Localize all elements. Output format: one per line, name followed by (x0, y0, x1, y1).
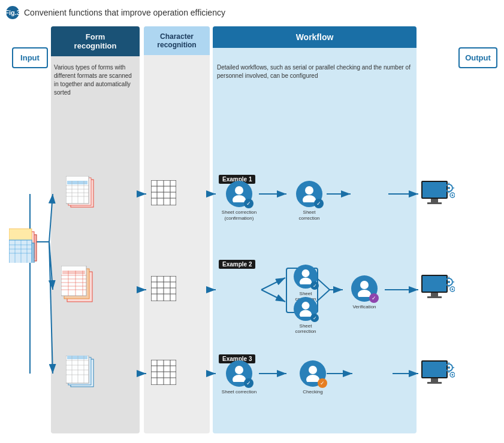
svg-point-124 (452, 289, 454, 290)
svg-rect-132 (427, 382, 442, 384)
svg-rect-131 (431, 378, 438, 382)
form-label: Formrecognition (74, 32, 117, 50)
svg-rect-115 (431, 293, 438, 296)
svg-point-111 (360, 281, 369, 289)
example2-monitor (421, 275, 455, 308)
example2-label: Example 2 (219, 260, 255, 269)
svg-rect-96 (422, 182, 446, 198)
svg-point-127 (309, 366, 317, 374)
example2-label-text: Example 2 (222, 261, 252, 268)
form-desc-text: Various types of forms with different fo… (54, 64, 132, 96)
svg-rect-38 (66, 176, 89, 204)
workflow-desc-text: Detailed workflows, such as serial or pa… (217, 64, 411, 79)
svg-point-110 (300, 310, 312, 317)
workflow-header: Workflow (213, 26, 417, 48)
svg-point-107 (302, 269, 310, 277)
example2-verification-label: Verification (352, 304, 376, 310)
workflow-label: Workflow (296, 32, 334, 42)
char-row3-grid (151, 360, 176, 387)
input-label: Input (20, 53, 40, 62)
example1-person2: ✓ Sheetcorrection (291, 181, 328, 222)
input-header: Input (12, 47, 48, 68)
page-title: Convenient functions that improve operat… (24, 8, 225, 17)
svg-rect-97 (431, 199, 438, 202)
svg-point-108 (300, 278, 312, 284)
svg-rect-116 (427, 296, 442, 298)
char-row1-grid (151, 180, 176, 208)
example2-person1a: ✓ Sheet correction (289, 265, 322, 302)
svg-rect-39 (67, 181, 87, 184)
svg-rect-61 (66, 356, 89, 383)
example2-verification: ✓ Verification (346, 275, 382, 310)
svg-rect-49 (61, 266, 86, 296)
svg-rect-98 (427, 202, 442, 204)
example3-person1: ✓ Sheet correction (221, 360, 258, 395)
example1-person1: ✓ Sheet correction(confirmation) (221, 181, 258, 222)
svg-rect-62 (67, 356, 87, 359)
input-doc-stack (9, 224, 45, 265)
svg-point-125 (235, 366, 243, 374)
svg-rect-114 (422, 276, 446, 292)
char-row2-grid (151, 276, 176, 304)
svg-rect-50 (62, 271, 85, 274)
char-header: Characterrecognition (144, 26, 210, 55)
svg-rect-130 (422, 362, 446, 377)
example3-person1-label: Sheet correction (222, 389, 256, 395)
example1-monitor (421, 181, 455, 214)
svg-point-109 (302, 302, 310, 310)
output-label: Output (465, 53, 491, 62)
form-row3-docs (66, 356, 99, 394)
example3-monitor (421, 360, 455, 394)
title-bar: Fig.3 Convenient functions that improve … (6, 6, 498, 19)
diagram-container: Input Formrecognition Characterrecogniti… (6, 26, 497, 439)
svg-rect-29 (9, 240, 32, 263)
form-row2-docs (61, 266, 100, 307)
example3-checker-label: Checking (303, 389, 322, 395)
svg-point-93 (305, 186, 313, 195)
example2-person1b: ✓ Sheet correction (289, 297, 322, 334)
output-header: Output (458, 47, 497, 68)
form-row1-docs (66, 176, 99, 214)
svg-point-91 (235, 186, 243, 195)
svg-point-100 (448, 187, 450, 189)
form-description: Various types of forms with different fo… (53, 62, 137, 98)
example3-checker: ✓ Checking (294, 360, 331, 395)
svg-point-134 (448, 366, 450, 369)
svg-point-140 (452, 374, 454, 376)
svg-point-118 (448, 281, 450, 283)
page-wrapper: Fig.3 Convenient functions that improve … (0, 0, 504, 443)
char-label: Characterrecognition (157, 32, 196, 49)
fig-badge: Fig.3 (6, 6, 19, 19)
svg-point-106 (452, 195, 454, 196)
form-header: Formrecognition (51, 26, 140, 56)
fig-text: Fig.3 (5, 9, 20, 16)
workflow-description: Detailed workflows, such as serial or pa… (216, 62, 414, 81)
